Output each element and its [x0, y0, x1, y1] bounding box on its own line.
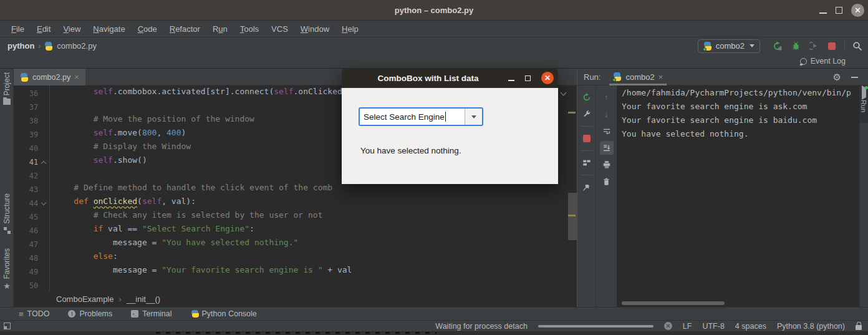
restore-layout-icon[interactable] [580, 156, 594, 170]
scroll-to-end-icon[interactable] [600, 141, 614, 155]
dialog-title-bar[interactable]: ComboBox with List data ✕ [342, 68, 558, 88]
minimize-icon[interactable] [819, 12, 827, 14]
menu-item-vcs[interactable]: VCS [265, 24, 294, 34]
title-bar[interactable]: python – combo2.py ✕ [0, 0, 868, 21]
breadcrumb-project[interactable]: python [7, 41, 34, 51]
maximize-icon[interactable] [836, 7, 842, 14]
debug-button[interactable] [790, 41, 801, 52]
fold-marker-icon[interactable] [41, 200, 46, 205]
tool-window-switcher-icon[interactable] [4, 323, 11, 329]
menu-item-edit[interactable]: Edit [31, 24, 57, 34]
encoding-widget[interactable]: UTF-8 [702, 322, 724, 331]
tool-button-todo[interactable]: ≡ TODO [19, 309, 49, 318]
breadcrumb-method[interactable]: __init__() [127, 294, 160, 304]
combobox-dropdown-button[interactable] [465, 109, 482, 125]
next-warning-icon[interactable] [561, 89, 567, 95]
trash-icon[interactable] [600, 175, 614, 188]
cancel-process-icon[interactable]: ✕ [664, 322, 672, 330]
breadcrumb-file[interactable]: combo2.py [57, 41, 97, 51]
dialog-minimize-icon[interactable] [508, 80, 514, 81]
tool-button-terminal[interactable]: ›_ Terminal [131, 309, 171, 318]
menu-item-run[interactable]: Run [206, 24, 234, 34]
line-number: 48 [14, 251, 49, 265]
console-hscrollbar-thumb[interactable] [622, 301, 725, 305]
menu-item-code[interactable]: Code [132, 24, 163, 34]
run-panel-label: Run: [577, 72, 608, 82]
code-line[interactable]: if val == "Select Search Engine": [54, 224, 568, 238]
stop-button[interactable] [826, 41, 837, 52]
dialog-window-controls: ✕ [508, 68, 554, 88]
menu-item-help[interactable]: Help [335, 24, 365, 34]
tool-button-python-console[interactable]: Python Console [191, 309, 257, 318]
tool-strip-favorites[interactable]: Favorites ★ [0, 248, 14, 290]
event-log-bar: Event Log [0, 54, 868, 69]
combobox-value[interactable]: Select Search Engine [360, 109, 465, 125]
search-engine-combobox[interactable]: Select Search Engine [359, 107, 483, 126]
event-log-icon[interactable] [800, 58, 807, 65]
run-tab-combo2[interactable]: combo2 × [608, 69, 668, 85]
indent-widget[interactable]: 4 spaces [735, 322, 766, 331]
run-config-selector[interactable]: combo2 [698, 39, 760, 53]
event-log-label[interactable]: Event Log [811, 57, 846, 66]
breadcrumb: python › combo2.py [0, 41, 97, 51]
status-bar: Waiting for process detach ✕ LF UTF-8 4 … [0, 320, 868, 331]
run-panel-header-buttons: ⚙ [833, 69, 858, 85]
dialog-maximize-icon[interactable] [525, 75, 531, 81]
toolbar-divider [581, 175, 593, 175]
breadcrumb-class[interactable]: ComboExample [56, 294, 114, 304]
run-with-coverage-button[interactable] [808, 41, 819, 52]
menu-item-navigate[interactable]: Navigate [87, 24, 131, 34]
line-separator-widget[interactable]: LF [683, 322, 692, 331]
rerun-icon[interactable] [580, 90, 594, 104]
code-line[interactable]: def onClicked(self, val): [54, 197, 568, 210]
tool-strip-structure[interactable]: Structure [0, 193, 14, 234]
menu-item-file[interactable]: File [5, 24, 31, 34]
code-line[interactable]: else: [54, 251, 568, 265]
menu-item-tools[interactable]: Tools [234, 24, 265, 34]
menu-item-view[interactable]: View [57, 24, 87, 34]
pycharm-window: python – combo2.py ✕ FileEditViewNavigat… [0, 0, 868, 335]
menu-item-window[interactable]: Window [294, 24, 335, 34]
menu-item-refactor[interactable]: Refactor [163, 24, 206, 34]
tab-close-icon[interactable]: × [658, 73, 663, 81]
tab-close-icon[interactable]: × [74, 73, 79, 81]
tool-strip-project[interactable]: Project [0, 72, 14, 105]
soft-wrap-icon[interactable] [600, 124, 614, 138]
scrollbar-warning-mark [568, 215, 576, 216]
search-everywhere-icon[interactable] [852, 41, 863, 52]
list-icon: ≡ [19, 310, 24, 318]
wrench-icon[interactable] [580, 107, 594, 121]
editor-tab-combo2[interactable]: combo2.py × [14, 69, 85, 85]
run-console[interactable]: /home/fahmida/PycharmProjects/python/ven… [617, 85, 859, 307]
fold-gutter[interactable] [38, 160, 49, 165]
code-line[interactable]: # Define method to handle the click even… [54, 183, 568, 197]
fold-marker-icon[interactable] [41, 160, 46, 165]
code-line[interactable] [54, 279, 568, 291]
code-line[interactable]: # Check any item is selected by the user… [54, 210, 568, 224]
hide-panel-icon[interactable] [851, 77, 858, 78]
up-arrow-icon[interactable]: ↑ [600, 90, 614, 104]
run-tool-window: Run: combo2 × ⚙ [577, 69, 868, 307]
run-config-name: combo2 [716, 41, 745, 51]
tool-button-problems[interactable]: ! Problems [68, 309, 112, 318]
pin-icon[interactable] [580, 180, 594, 194]
close-icon[interactable]: ✕ [851, 4, 864, 17]
stop-icon[interactable] [580, 132, 594, 145]
project-label: Project [2, 72, 11, 95]
tool-strip-run[interactable]: Run [859, 85, 868, 123]
lock-icon[interactable] [856, 325, 862, 330]
console-line: /home/fahmida/PycharmProjects/python/ven… [622, 88, 859, 102]
progress-bar [538, 325, 653, 328]
down-arrow-icon[interactable]: ↓ [600, 107, 614, 121]
python-run-icon [703, 42, 712, 51]
dialog-close-icon[interactable]: ✕ [541, 72, 554, 84]
code-line[interactable]: message = "Your favorite search engine i… [54, 265, 568, 279]
editor-scrollbar-thumb[interactable] [568, 193, 577, 240]
rerun-button[interactable] [772, 41, 783, 52]
console-output: /home/fahmida/PycharmProjects/python/ven… [622, 88, 859, 143]
code-line[interactable]: message = "You have selected nothing." [54, 238, 568, 251]
print-icon[interactable] [600, 158, 614, 172]
gear-icon[interactable]: ⚙ [833, 72, 841, 82]
interpreter-widget[interactable]: Python 3.8 (python) [777, 322, 845, 331]
fold-gutter[interactable] [38, 203, 49, 205]
